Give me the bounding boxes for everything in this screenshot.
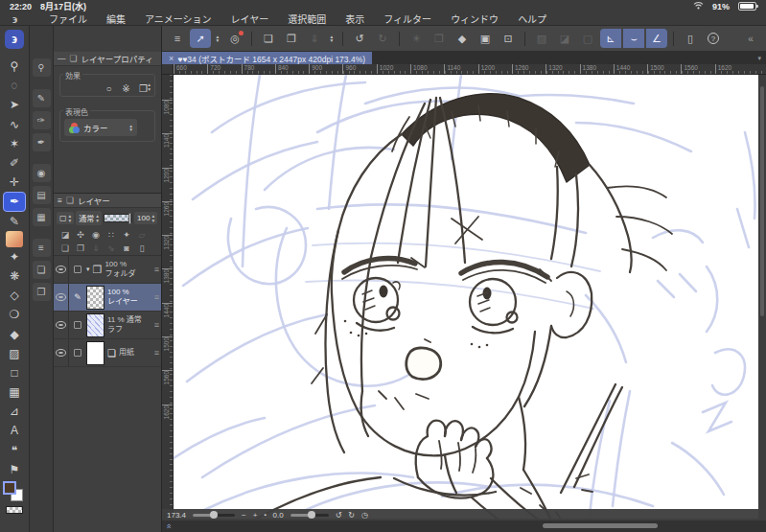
pencil-tool[interactable]: ✎ [3, 212, 26, 231]
menu-item[interactable]: 表示 [336, 12, 374, 26]
layer-checkbox[interactable] [74, 321, 81, 329]
effect-stepper[interactable]: ▴ ▾ [148, 82, 151, 91]
fill-button[interactable]: ◆ [452, 29, 473, 48]
layer-row-folder[interactable]: ▾ ❐ 100 % フォルダ ≡ [54, 256, 161, 284]
clipping-icon[interactable]: ✦ [121, 230, 132, 240]
operation-mode-stepper[interactable]: ▴ ▾ [213, 29, 222, 48]
panel-minimize-button[interactable]: — [58, 54, 66, 63]
zoom-in-button[interactable]: + [253, 511, 258, 520]
tone-effect-icon[interactable]: ※ [119, 82, 133, 95]
blend-mode-dropdown[interactable]: 通常▴ ▾ [76, 211, 102, 225]
move-tool[interactable]: ✛ [3, 173, 26, 192]
transparent-color-swatch[interactable] [6, 506, 23, 514]
transfer-button[interactable]: ⇘ [105, 243, 117, 253]
layer-row-rough[interactable]: 11 % 通常 ラフ ≡ [54, 312, 161, 339]
color-mix-button[interactable]: ▦ [33, 208, 51, 226]
layer-row-selected[interactable]: ✎ 100 % レイヤー ≡ [54, 284, 161, 312]
menu-item[interactable]: ファイル [39, 12, 97, 26]
menu-item[interactable]: レイヤー [221, 12, 279, 26]
undo-button[interactable]: ↺ [349, 29, 370, 48]
new-folder-button[interactable]: ❐ [75, 243, 86, 253]
color-set-button[interactable]: ▤ [33, 186, 51, 204]
eyedropper-tool[interactable]: ✐ [3, 153, 26, 173]
palette-color-button[interactable]: ▢▴ ▾ [57, 212, 74, 224]
rotate-ccw-button[interactable]: ↺ [336, 511, 342, 520]
gradient-tool[interactable]: ▨ [3, 344, 26, 363]
layer-panel-menu-icon[interactable]: ≡ [58, 196, 62, 205]
clip-studio-menu-icon[interactable]: ϶ [12, 13, 28, 25]
figure-tool[interactable]: □ [3, 363, 26, 382]
layer-checkbox[interactable] [74, 349, 81, 357]
layer-select-icon[interactable]: ❐ [429, 29, 450, 48]
invert-selection-button[interactable]: ◪ [554, 29, 575, 48]
zoom-tool[interactable]: ⚲ [3, 57, 26, 76]
visibility-eye-icon[interactable] [56, 321, 66, 329]
quick-access-button[interactable]: ⚲ [33, 58, 51, 77]
brush-size-button[interactable]: ◉ [33, 164, 51, 182]
select-area-button[interactable]: ▣ [475, 29, 496, 48]
layer-thumbnail[interactable] [86, 313, 104, 337]
save-button[interactable]: ⇓ [304, 29, 325, 48]
fill-tool[interactable]: ◆ [3, 324, 26, 343]
crop-button[interactable]: ⊡ [498, 29, 519, 48]
layer-row-paper[interactable]: ❏ 用紙 ≡ [54, 339, 161, 367]
menu-item[interactable]: 選択範囲 [278, 12, 336, 26]
save-stepper[interactable]: ▴ ▾ [327, 29, 337, 48]
reset-view-button[interactable]: ◷ [361, 511, 368, 520]
open-file-button[interactable]: ❐ [281, 29, 302, 48]
snap-grid-button[interactable]: ∠ [646, 29, 667, 48]
opacity-slider[interactable] [104, 214, 132, 222]
merge-down-button[interactable]: ⇓ [90, 243, 102, 253]
frame-border-tool[interactable]: ▦ [3, 382, 26, 402]
companion-mode-button[interactable]: ▯ [680, 29, 701, 48]
balloon-tool[interactable]: ❝ [3, 441, 26, 460]
visibility-eye-icon[interactable] [56, 293, 66, 301]
opacity-value-stepper[interactable]: 100▴ ▾ [134, 212, 157, 224]
zoom-slider[interactable] [193, 514, 235, 517]
snap-ruler-button[interactable]: ⊾ [600, 29, 621, 48]
toolbar-collapse-button[interactable]: « [740, 29, 761, 48]
visibility-eye-icon[interactable] [56, 266, 66, 273]
clip-studio-paint-logo-icon[interactable]: ϶ [5, 30, 24, 49]
help-button[interactable]: ? [703, 29, 724, 48]
expand-bar-chevron-icon[interactable]: » [164, 523, 174, 528]
decoration-tool[interactable]: ❋ [3, 266, 26, 286]
separator[interactable] [673, 32, 674, 46]
separator[interactable] [251, 32, 252, 46]
menu-item[interactable]: ウィンドウ [441, 12, 508, 26]
document-tab[interactable]: × ♥♥34 (ポストカード 1654 x 2447px 420dpi 173.… [162, 52, 372, 64]
brush-material-tool[interactable] [6, 231, 23, 247]
draft-layer-icon[interactable]: ✣ [75, 230, 86, 240]
eraser-tool[interactable]: ◇ [3, 286, 26, 305]
blend-tool[interactable]: ❍ [3, 305, 26, 324]
layer-button[interactable]: ≡ [33, 239, 51, 257]
zoom-out-button[interactable]: − [242, 511, 246, 520]
operation-mode-button[interactable]: ➚ [190, 29, 211, 48]
lock-layer-icon[interactable]: ◉ [90, 230, 102, 240]
selection-launcher-button[interactable]: ▢ [577, 29, 598, 48]
layer-menu-handle[interactable]: ≡ [154, 292, 159, 302]
new-canvas-button[interactable]: ❏ [258, 29, 279, 48]
layer-checkbox[interactable] [74, 266, 81, 273]
foreground-color-swatch[interactable] [3, 481, 16, 495]
rotation-slider[interactable] [290, 514, 329, 517]
operation-tool[interactable]: ➤ [3, 95, 26, 114]
layer-menu-handle[interactable]: ≡ [154, 320, 159, 330]
layer-property-button[interactable]: ❏ [33, 261, 51, 279]
menu-item[interactable]: ヘルプ [508, 12, 556, 26]
expression-color-dropdown[interactable]: カラー ▴ ▾ [64, 119, 137, 136]
navigator-button[interactable]: ❐ [33, 283, 51, 301]
menu-item[interactable]: フィルター [374, 12, 441, 26]
layer-menu-handle[interactable]: ≡ [154, 265, 159, 274]
folder-expand-icon[interactable]: ▾ [86, 266, 90, 273]
line-correct-tool[interactable]: ⊿ [3, 402, 26, 421]
tab-close-icon[interactable]: × [169, 54, 174, 63]
tab-bar-collapse-icon[interactable]: ▾ [757, 55, 761, 62]
pen-settings-button[interactable]: ✒ [33, 133, 51, 151]
reference-layer-icon[interactable]: ▱ [136, 230, 148, 240]
menu-item[interactable]: 編集 [97, 12, 135, 26]
main-menu-icon[interactable]: ≡ [167, 29, 188, 48]
delete-layer-button[interactable]: ▯ [136, 243, 148, 253]
processing-icon[interactable]: ✳ [406, 29, 427, 48]
redo-button[interactable]: ↻ [372, 29, 393, 48]
